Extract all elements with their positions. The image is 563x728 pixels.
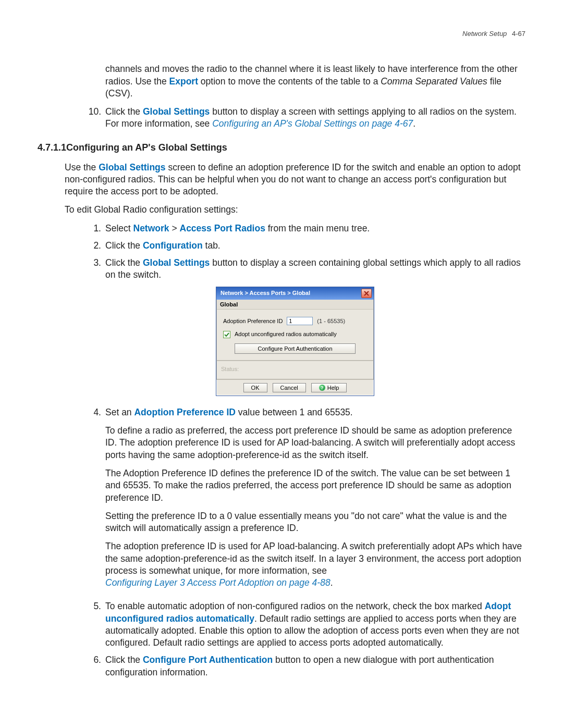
- section-heading: 4.7.1.1 Configuring an AP's Global Setti…: [65, 142, 525, 154]
- close-button[interactable]: [361, 289, 372, 298]
- cancel-button[interactable]: Cancel: [273, 383, 306, 392]
- global-settings-dialog: Network > Access Ports > Global Global A…: [216, 287, 374, 396]
- status-area: Status:: [216, 361, 374, 379]
- adoption-label: Adoption Preference ID: [223, 317, 283, 325]
- close-icon: [364, 291, 369, 296]
- adoption-range: (1 - 65535): [317, 317, 345, 325]
- dialog-section-title: Global: [217, 300, 373, 310]
- global-settings-term: Global Settings: [143, 106, 210, 117]
- configure-port-auth-button[interactable]: Configure Port Authentication: [235, 343, 356, 354]
- page-number: 4-67: [512, 30, 525, 38]
- running-header: Network Setup 4-67: [38, 29, 525, 38]
- adopt-checkbox[interactable]: [223, 331, 230, 338]
- step-5: 5. To enable automatic adoption of non-c…: [65, 600, 525, 649]
- step-6: 6. Click the Configure Port Authenticati…: [65, 654, 525, 678]
- check-icon: [224, 332, 229, 337]
- step-10-number: 10.: [65, 106, 101, 130]
- adopt-checkbox-label: Adopt unconfigured radios automatically: [235, 330, 337, 338]
- adoption-input[interactable]: [287, 317, 313, 325]
- section-number: 4.7.1.1: [38, 142, 66, 154]
- section-title: Configuring an AP's Global Settings: [66, 142, 227, 153]
- help-button[interactable]: ? Help: [311, 383, 347, 392]
- step-10: 10. Click the Global Settings button to …: [65, 106, 525, 130]
- cross-ref-link-l3[interactable]: Configuring Layer 3 Access Port Adoption…: [105, 577, 331, 588]
- export-term: Export: [169, 76, 198, 87]
- intro-paragraph: channels and moves the radio to the chan…: [105, 63, 525, 100]
- running-header-text: Network Setup: [462, 30, 507, 38]
- edit-intro: To edit Global Radio configuration setti…: [65, 204, 525, 216]
- help-icon: ?: [319, 385, 325, 391]
- step-1: 1. Select Network > Access Port Radios f…: [65, 223, 525, 235]
- dialog-titlebar: Network > Access Ports > Global: [216, 287, 374, 300]
- cross-ref-link[interactable]: Configuring an AP's Global Settings on p…: [212, 118, 413, 129]
- step-4: 4. Set an Adoption Preference ID value b…: [65, 406, 525, 595]
- section-intro: Use the Global Settings screen to define…: [65, 162, 525, 198]
- dialog-title: Network > Access Ports > Global: [221, 289, 310, 297]
- status-label: Status:: [221, 366, 239, 372]
- step-2: 2. Click the Configuration tab.: [65, 240, 525, 252]
- csv-term: Comma Separated Values: [381, 76, 487, 87]
- step-3: 3. Click the Global Settings button to d…: [65, 257, 525, 281]
- ok-button[interactable]: OK: [243, 383, 267, 392]
